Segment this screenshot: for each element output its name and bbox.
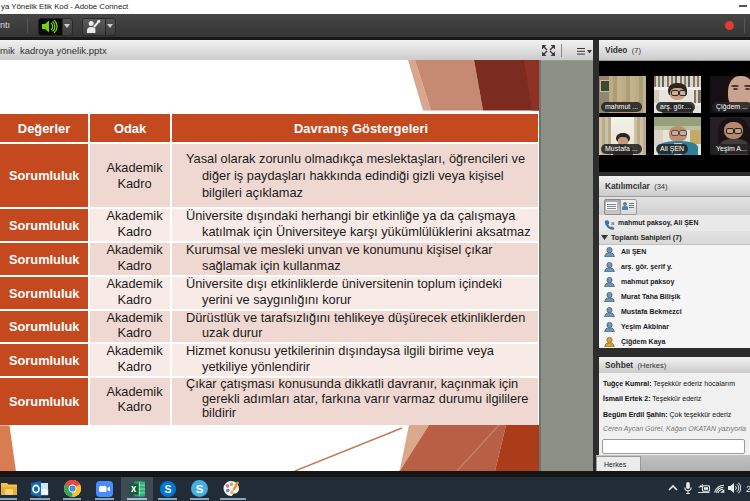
svg-text:S: S bbox=[164, 483, 171, 495]
svg-text:S: S bbox=[196, 483, 204, 495]
svg-text:a: a bbox=[611, 220, 615, 226]
